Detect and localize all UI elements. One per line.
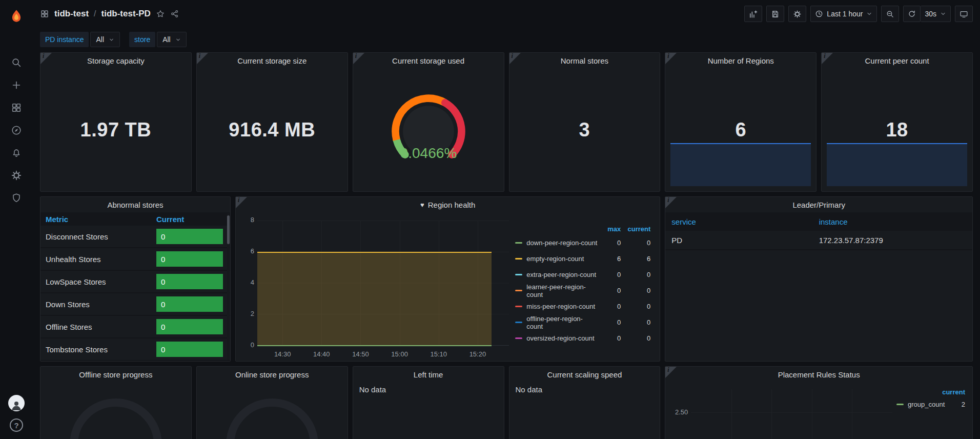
dashboard-grid: i Storage capacity 1.97 TB i Current sto… <box>33 48 980 439</box>
info-icon[interactable]: i <box>665 366 677 378</box>
refresh-button[interactable] <box>903 6 921 22</box>
legend-series[interactable]: miss-peer-region-count <box>515 298 598 314</box>
time-range-picker[interactable]: Last 1 hour <box>810 6 877 22</box>
grafana-flame-icon <box>9 9 24 24</box>
column-header-instance[interactable]: instance <box>819 217 966 226</box>
legend-series[interactable]: learner-peer-region-count <box>515 283 598 298</box>
info-icon[interactable]: i <box>665 196 677 209</box>
panel-title-text: Region health <box>428 201 476 209</box>
dashboard-settings-button[interactable] <box>788 6 806 22</box>
tv-mode-button[interactable] <box>955 6 973 22</box>
alerting-bell-icon[interactable] <box>5 142 28 164</box>
series-color-swatch <box>896 404 904 405</box>
panel-offline-store-progress: Offline store progress <box>40 366 192 439</box>
scrollbar-thumb[interactable] <box>227 215 230 244</box>
refresh-interval-dropdown[interactable]: 30s <box>921 6 951 22</box>
series-name: miss-peer-region-count <box>526 303 595 310</box>
panel-title[interactable]: Current storage size <box>197 53 348 68</box>
variable-label-store[interactable]: store <box>129 32 155 47</box>
sidebar-bottom: ? <box>8 395 25 432</box>
panel-leader-primary: i Leader/Primary service instance PD 172… <box>665 196 973 362</box>
explore-compass-icon[interactable] <box>5 119 28 142</box>
series-color-swatch <box>515 274 522 275</box>
info-icon[interactable]: i <box>509 52 521 65</box>
zoom-out-button[interactable] <box>881 6 899 22</box>
legend-series[interactable]: offline-peer-region-count <box>515 314 598 330</box>
panel-current-peer-count: i Current peer count 18 <box>821 52 973 192</box>
sidebar: ? <box>0 0 33 439</box>
variable-value-store[interactable]: All <box>157 32 187 47</box>
search-icon[interactable] <box>5 51 28 74</box>
refresh-button-group: 30s <box>903 6 951 22</box>
legend-series[interactable]: extra-peer-region-count <box>515 267 598 283</box>
variable-value-pd-instance[interactable]: All <box>90 32 120 47</box>
panel-title[interactable]: ♥ Region health <box>236 197 660 212</box>
star-icon[interactable] <box>156 9 165 18</box>
legend-series[interactable]: oversized-region-count <box>515 330 598 346</box>
panel-title[interactable]: Current storage used <box>353 53 504 68</box>
info-glyph: i <box>824 52 825 60</box>
add-panel-button[interactable] <box>744 6 762 22</box>
info-icon[interactable]: i <box>665 52 677 65</box>
panel-title[interactable]: Current scaling speed <box>509 367 660 382</box>
sparkline <box>670 143 811 186</box>
legend-series[interactable]: group_count 2 <box>896 401 965 408</box>
panel-title[interactable]: Abnormal stores <box>40 197 230 212</box>
legend-series[interactable]: down-peer-region-count <box>515 235 598 251</box>
save-dashboard-button[interactable] <box>766 6 784 22</box>
metric-name: Tombstone Stores <box>46 345 156 354</box>
create-plus-icon[interactable] <box>5 74 28 96</box>
panel-title[interactable]: Offline store progress <box>40 367 191 382</box>
info-icon[interactable]: i <box>353 52 365 65</box>
breadcrumb-dashboard[interactable]: tidb-test-PD <box>101 9 151 19</box>
metric-value: 0 <box>156 274 223 289</box>
panel-title[interactable]: Placement Rules Status <box>665 367 972 382</box>
series-color-swatch <box>515 258 522 260</box>
x-tick-label: 15:10 <box>430 350 447 358</box>
table-body: Disconnect Stores 0 Unhealth Stores 0 Lo… <box>40 226 230 361</box>
grafana-logo[interactable] <box>5 5 28 28</box>
variable-label-pd-instance[interactable]: PD instance <box>40 32 89 47</box>
help-glyph: ? <box>14 421 18 430</box>
share-icon[interactable] <box>170 9 179 18</box>
info-icon[interactable]: i <box>821 52 833 65</box>
main-area: tidb-test / tidb-test-PD Last 1 hour <box>33 0 980 439</box>
refresh-icon <box>908 10 916 18</box>
column-header-metric[interactable]: Metric <box>46 215 156 224</box>
help-icon[interactable]: ? <box>10 418 23 432</box>
column-header-service[interactable]: service <box>671 217 819 226</box>
person-icon <box>10 399 23 411</box>
panel-title[interactable]: Current peer count <box>822 53 972 68</box>
series-current: 6 <box>621 251 650 267</box>
configuration-gear-icon[interactable] <box>5 164 28 187</box>
stat-value: 916.4 MB <box>197 68 348 191</box>
column-header-current[interactable]: Current <box>156 215 223 224</box>
panel-title[interactable]: Leader/Primary <box>665 197 972 212</box>
dashboards-icon[interactable] <box>5 96 28 119</box>
save-icon <box>771 10 780 18</box>
heart-icon: ♥ <box>420 201 424 209</box>
table-row: Down Stores 0 <box>40 293 230 316</box>
info-icon[interactable]: i <box>235 196 248 209</box>
panel-title[interactable]: Storage capacity <box>40 53 191 68</box>
variable-store: store All <box>129 32 187 47</box>
info-icon[interactable]: i <box>40 52 52 65</box>
series-name: empty-region-count <box>526 255 584 263</box>
breadcrumb-folder[interactable]: tidb-test <box>54 9 89 19</box>
panel-title[interactable]: Online store progress <box>197 367 348 382</box>
info-icon[interactable]: i <box>196 52 209 65</box>
x-tick-label: 14:40 <box>313 350 330 358</box>
gridline-v <box>731 389 732 439</box>
panel-title[interactable]: Normal stores <box>509 53 660 68</box>
server-admin-shield-icon[interactable] <box>5 187 28 209</box>
metric-value: 0 <box>156 251 223 267</box>
gridline-v <box>852 389 852 439</box>
panel-title[interactable]: Left time <box>353 367 504 382</box>
legend-series[interactable]: empty-region-count <box>515 251 598 267</box>
user-avatar[interactable] <box>8 395 25 411</box>
series-current: 0 <box>621 314 650 330</box>
panel-title[interactable]: Number of Regions <box>665 53 816 68</box>
gridline-v <box>771 389 772 439</box>
chart-legend: max current down-peer-region-count 0 0 e… <box>513 216 656 360</box>
series-current: 0 <box>621 235 650 251</box>
